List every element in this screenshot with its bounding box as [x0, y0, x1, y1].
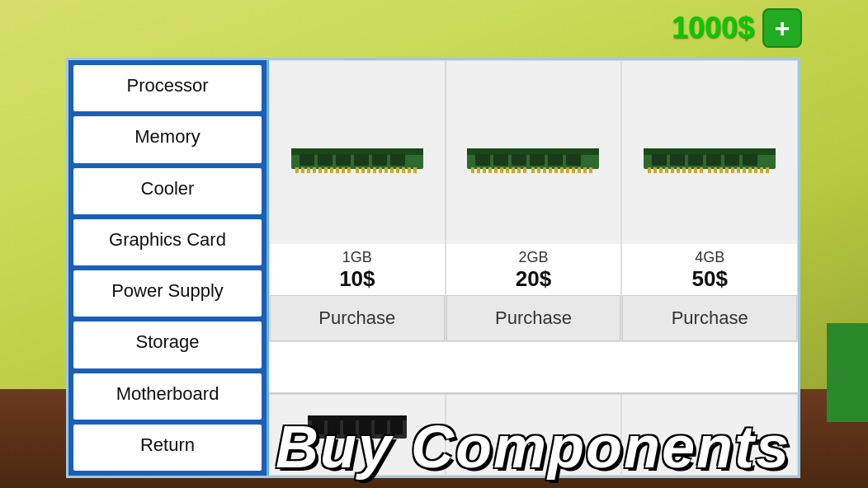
svg-rect-39 [483, 167, 486, 173]
svg-rect-72 [682, 167, 686, 173]
sidebar-item-motherboard[interactable]: Motherboard [72, 372, 263, 421]
svg-rect-89 [312, 420, 324, 434]
svg-rect-26 [402, 167, 405, 173]
sidebar-item-processor[interactable]: Processor [72, 63, 263, 113]
sidebar-item-power-supply[interactable]: Power Supply [72, 269, 263, 318]
main-panel: Processor Memory Cooler Graphics Card Po… [66, 58, 800, 478]
svg-rect-62 [688, 154, 703, 166]
product-info-4gb: 4GB 50$ [622, 244, 797, 295]
svg-rect-57 [589, 167, 592, 173]
svg-rect-74 [694, 167, 697, 173]
purchase-button-4gb[interactable]: Purchase [622, 295, 797, 341]
svg-rect-11 [313, 167, 316, 173]
product-size-4gb: 4GB [622, 249, 797, 266]
purchase-button-1gb[interactable]: Purchase [270, 295, 445, 341]
svg-rect-61 [670, 154, 685, 166]
dark-ram-image-1 [308, 411, 407, 444]
svg-rect-38 [477, 167, 480, 173]
content-area: 1GB 10$ Purchase [267, 60, 798, 476]
svg-rect-8 [295, 167, 299, 173]
svg-rect-53 [566, 167, 569, 173]
product-info-2gb: 2GB 20$ [446, 244, 621, 295]
svg-rect-66 [648, 167, 651, 173]
svg-rect-92 [359, 420, 371, 434]
product-price-4gb: 50$ [622, 266, 797, 292]
svg-rect-40 [488, 167, 492, 173]
product-image-1gb [270, 61, 445, 244]
svg-rect-17 [347, 167, 351, 173]
svg-rect-24 [390, 167, 394, 173]
svg-rect-94 [390, 420, 403, 434]
svg-rect-14 [330, 167, 333, 173]
svg-rect-79 [725, 167, 729, 173]
svg-rect-16 [342, 167, 345, 173]
ram-image-4gb [644, 132, 776, 173]
svg-rect-43 [506, 167, 509, 173]
sidebar-item-storage[interactable]: Storage [72, 320, 263, 369]
svg-rect-75 [700, 167, 703, 173]
svg-rect-30 [467, 148, 599, 155]
ram-image-2gb [467, 132, 599, 173]
svg-rect-28 [413, 167, 417, 173]
product-cell-4gb: 4GB 50$ Purchase [621, 60, 798, 342]
svg-rect-65 [743, 154, 757, 166]
svg-rect-91 [343, 420, 356, 434]
svg-rect-84 [754, 167, 757, 173]
svg-rect-37 [471, 167, 474, 173]
svg-rect-76 [708, 167, 711, 173]
svg-rect-63 [706, 154, 721, 166]
svg-rect-52 [560, 167, 564, 173]
svg-rect-6 [372, 154, 387, 166]
svg-rect-15 [336, 167, 339, 173]
product-image-4gb [622, 61, 797, 244]
svg-rect-77 [714, 167, 717, 173]
product-info-1gb: 1GB 10$ [270, 244, 445, 295]
svg-rect-21 [373, 167, 376, 173]
svg-rect-73 [688, 167, 691, 173]
sidebar-item-cooler[interactable]: Cooler [72, 167, 263, 216]
svg-rect-80 [731, 167, 734, 173]
svg-rect-25 [396, 167, 399, 173]
svg-rect-41 [494, 167, 498, 173]
green-box [827, 323, 868, 422]
svg-rect-71 [677, 167, 680, 173]
svg-rect-10 [307, 167, 310, 173]
sidebar-item-graphics-card[interactable]: Graphics Card [72, 218, 263, 267]
product-price-1gb: 10$ [270, 266, 445, 292]
purchase-button-2gb[interactable]: Purchase [446, 295, 621, 341]
svg-rect-9 [301, 167, 304, 173]
svg-rect-13 [324, 167, 328, 173]
svg-rect-5 [354, 154, 369, 166]
svg-rect-1 [291, 148, 423, 155]
svg-rect-59 [644, 148, 776, 155]
svg-rect-56 [583, 167, 587, 173]
svg-rect-50 [549, 167, 552, 173]
svg-rect-60 [652, 154, 667, 166]
svg-rect-18 [356, 167, 359, 173]
svg-rect-51 [554, 167, 558, 173]
svg-rect-90 [328, 420, 340, 434]
svg-rect-46 [523, 167, 526, 173]
svg-rect-12 [318, 167, 322, 173]
svg-rect-47 [531, 167, 535, 173]
product-cell2-3 [621, 394, 798, 476]
svg-rect-4 [336, 154, 351, 166]
svg-rect-69 [665, 167, 668, 173]
sidebar: Processor Memory Cooler Graphics Card Po… [68, 60, 267, 476]
svg-rect-64 [724, 154, 739, 166]
svg-rect-55 [578, 167, 581, 173]
sidebar-item-memory[interactable]: Memory [72, 115, 263, 164]
svg-rect-35 [548, 154, 563, 166]
product-cell-1gb: 1GB 10$ Purchase [269, 60, 446, 342]
svg-rect-36 [566, 154, 581, 166]
product-cell-2gb: 2GB 20$ Purchase [446, 60, 622, 342]
product-image-2gb [446, 61, 621, 244]
product-cell2-1 [269, 394, 446, 476]
svg-rect-67 [653, 167, 657, 173]
svg-rect-81 [737, 167, 740, 173]
sidebar-item-return[interactable]: Return [72, 423, 263, 472]
svg-rect-19 [361, 167, 365, 173]
svg-rect-85 [760, 167, 763, 173]
product-cell2-2 [446, 394, 622, 476]
add-balance-button[interactable]: + [762, 8, 802, 48]
